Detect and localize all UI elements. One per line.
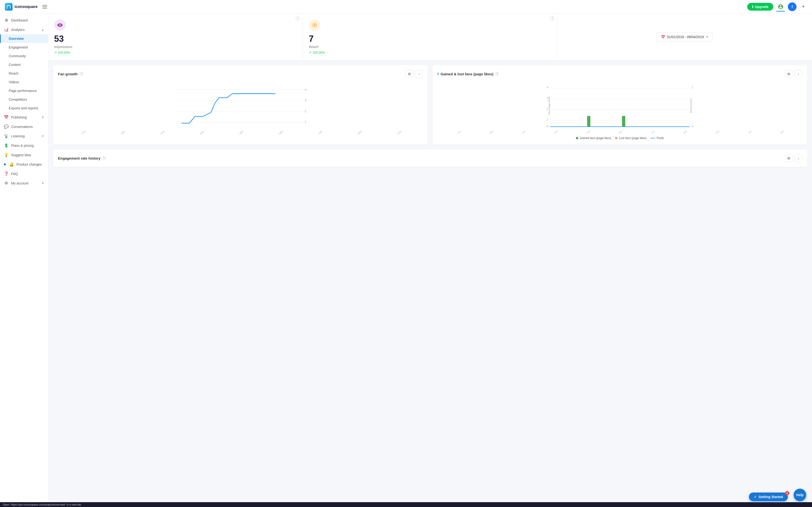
- chart2-header: f Gained & lost fans (page likes) ? ⊞ ↓: [438, 70, 802, 78]
- reach-arrow: ↗: [309, 51, 311, 54]
- help-label: Help: [796, 493, 804, 497]
- sidebar-item-engagement[interactable]: Engagement: [0, 43, 48, 52]
- sidebar-item-my-account[interactable]: ⚙ My account ▼: [0, 178, 48, 188]
- chart2-area: 4 3 2 1 0 1 0 Fans (page likes) Media po…: [438, 81, 802, 140]
- sidebar-item-videos[interactable]: Videos: [0, 78, 48, 87]
- active-underline: [776, 11, 785, 12]
- date-picker-card: 📅 01/01/2019 - 09/04/2019 ▼: [558, 13, 812, 60]
- chart1-help[interactable]: ?: [80, 72, 83, 76]
- sidebar-item-page-performance[interactable]: Page performance: [0, 87, 48, 95]
- faq-icon: ❓: [4, 171, 9, 176]
- sidebar-item-analytics[interactable]: 📊 Analytics ▲: [0, 25, 48, 34]
- sidebar-item-overview[interactable]: Overview: [0, 34, 48, 43]
- exports-label: Exports and reports: [9, 106, 44, 110]
- reach-help[interactable]: ?: [550, 16, 554, 21]
- bottom-card-engagement: Engagement rate history ? ⊞ ↓: [53, 150, 807, 167]
- stats-row: ? 53 Impressions ↗ 100.00% ?: [48, 13, 812, 60]
- reach-icon-wrapper: [309, 19, 320, 31]
- overview-label: Overview: [9, 37, 44, 41]
- date-picker-button[interactable]: 📅 01/01/2019 - 09/04/2019 ▼: [657, 32, 713, 42]
- main-content: ? 53 Impressions ↗ 100.00% ?: [48, 13, 812, 502]
- svg-rect-25: [622, 116, 625, 126]
- sidebar-item-product-changes[interactable]: 🔔 Product changes: [0, 160, 48, 169]
- reach-change: ↗ 100.00%: [309, 51, 552, 54]
- chart1-download-button[interactable]: ↓: [415, 70, 423, 78]
- chart1-area: 4 3 2 1 01/01 13/01 25/01 06/02 18/02: [58, 81, 423, 134]
- help-button[interactable]: Help: [794, 489, 806, 501]
- sidebar-item-conversations[interactable]: 💬 Conversations: [0, 122, 48, 131]
- gained-fans-dot: [576, 137, 578, 139]
- chart-card-fans: f Gained & lost fans (page likes) ? ⊞ ↓ …: [433, 65, 807, 145]
- sidebar-item-plans[interactable]: 💲 Plans & pricing: [0, 141, 48, 150]
- sidebar-item-listening[interactable]: 📡 Listening ▼: [0, 131, 48, 141]
- my-account-chevron: ▼: [41, 181, 44, 185]
- svg-rect-24: [587, 116, 590, 126]
- competitors-label: Competitors: [9, 98, 44, 101]
- hamburger-button[interactable]: [41, 4, 48, 9]
- sidebar-item-competitors[interactable]: Competitors: [0, 95, 48, 104]
- chart2-download-button[interactable]: ↓: [795, 70, 802, 78]
- sidebar-item-content[interactable]: Content: [0, 60, 48, 69]
- calendar-icon: 📅: [661, 35, 665, 39]
- chart1-grid-button[interactable]: ⊞: [406, 70, 413, 78]
- engagement-label: Engagement: [9, 45, 44, 49]
- layout: ⊞ Dashboard 📊 Analytics ▲ Overview Engag…: [0, 13, 812, 502]
- header-left: iconosquare: [5, 3, 48, 11]
- bottom-card-actions: ⊞ ↓: [785, 154, 802, 162]
- chart2-svg: 4 3 2 1 0 1 0 Fans (page likes) Media po…: [438, 81, 802, 130]
- chart1-actions: ⊞ ↓: [406, 70, 423, 78]
- engagement-grid-button[interactable]: ⊞: [785, 154, 793, 162]
- sidebar-item-community[interactable]: Community: [0, 52, 48, 60]
- sidebar-item-label: Dashboard: [11, 18, 44, 22]
- lost-fans-dot: [615, 137, 617, 139]
- listening-icon: 📡: [4, 134, 9, 138]
- sidebar: ⊞ Dashboard 📊 Analytics ▲ Overview Engag…: [0, 13, 48, 502]
- stat-card-impressions: ? 53 Impressions ↗ 100.00%: [48, 13, 303, 60]
- sidebar-item-exports[interactable]: Exports and reports: [0, 104, 48, 113]
- user-avatar[interactable]: [776, 2, 785, 11]
- conversations-icon: 💬: [4, 124, 9, 129]
- legend-lost: Lost fans (page likes): [615, 136, 647, 140]
- add-button[interactable]: +: [800, 3, 807, 11]
- getting-started-button[interactable]: ✓ Getting Started 4: [749, 493, 788, 501]
- my-account-icon: ⚙: [4, 181, 9, 185]
- engagement-rate-help[interactable]: ?: [102, 156, 106, 160]
- suggest-label: Suggest idea: [11, 153, 44, 157]
- chart1-header: Fan growth ? ⊞ ↓: [58, 70, 423, 78]
- header: iconosquare ℹ Upgrade f +: [0, 0, 812, 13]
- logo[interactable]: iconosquare: [5, 3, 38, 11]
- sidebar-analytics-label: Analytics: [11, 28, 39, 32]
- publishing-label: Publishing: [11, 115, 39, 119]
- engagement-download-button[interactable]: ↓: [795, 154, 802, 162]
- sidebar-item-faq[interactable]: ❓ FAQ: [0, 169, 48, 178]
- impressions-change-value: 100.00%: [58, 51, 70, 54]
- publishing-chevron: ▼: [41, 116, 44, 119]
- facebook-avatar[interactable]: f: [788, 2, 797, 11]
- status-bar: Open "https://pro.iconosquare.com/analyz…: [0, 502, 812, 507]
- sidebar-item-publishing[interactable]: 📅 Publishing ▼: [0, 113, 48, 122]
- sidebar-item-dashboard[interactable]: ⊞ Dashboard: [0, 15, 48, 25]
- listening-chevron: ▼: [41, 134, 44, 138]
- impressions-help[interactable]: ?: [296, 16, 300, 21]
- impressions-label: Impressions: [54, 45, 297, 49]
- chart2-legend: Gained fans (page likes) Lost fans (page…: [438, 136, 802, 140]
- header-right: ℹ Upgrade f +: [747, 2, 807, 11]
- reach-value: 7: [309, 34, 552, 44]
- svg-text:4: 4: [305, 89, 306, 91]
- chart-card-fan-growth: Fan growth ? ⊞ ↓: [53, 65, 428, 145]
- sidebar-item-reach[interactable]: Reach: [0, 69, 48, 78]
- product-changes-dot: [4, 163, 6, 165]
- suggest-icon: 💡: [4, 153, 9, 157]
- upgrade-button[interactable]: ℹ Upgrade: [747, 3, 773, 11]
- svg-text:3: 3: [305, 99, 306, 102]
- chart1-svg: 4 3 2 1: [58, 81, 423, 130]
- upgrade-icon: ℹ: [752, 5, 753, 9]
- sidebar-item-suggest[interactable]: 💡 Suggest idea: [0, 150, 48, 160]
- chart2-help[interactable]: ?: [495, 72, 499, 76]
- reach-label: Reach: [309, 45, 552, 49]
- plans-icon: 💲: [4, 143, 9, 148]
- logo-text: iconosquare: [14, 5, 38, 9]
- chart2-grid-button[interactable]: ⊞: [785, 70, 793, 78]
- svg-text:0: 0: [547, 125, 548, 128]
- impressions-value: 53: [54, 34, 297, 44]
